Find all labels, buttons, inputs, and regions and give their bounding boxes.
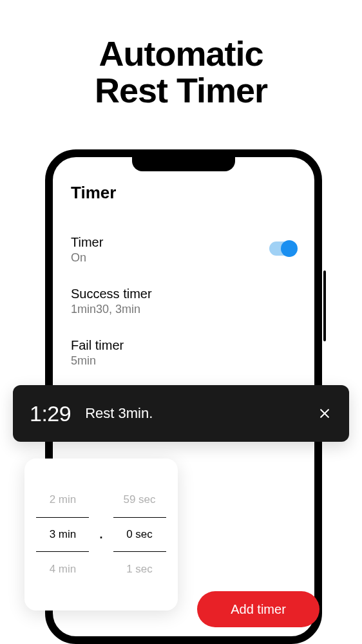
page-title-line1: Automatic — [99, 34, 263, 73]
setting-value-success: 1min30, 3min — [71, 303, 152, 316]
page-title: Automatic Rest Timer — [0, 35, 362, 108]
minutes-prev[interactable]: 2 min — [50, 482, 77, 517]
add-timer-label: Add timer — [231, 602, 286, 617]
seconds-prev[interactable]: 59 sec — [123, 482, 155, 517]
minutes-next[interactable]: 4 min — [50, 552, 77, 587]
rest-toast: 1:29 Rest 3min. — [13, 385, 349, 442]
setting-row-fail[interactable]: Fail timer 5min — [71, 338, 296, 368]
close-button[interactable] — [317, 406, 332, 421]
setting-label-timer: Timer — [71, 235, 103, 250]
toast-time: 1:29 — [30, 401, 71, 426]
setting-row-timer[interactable]: Timer On — [71, 235, 296, 265]
seconds-column[interactable]: 59 sec 0 sec 1 sec — [113, 482, 166, 587]
toast-message: Rest 3min. — [85, 405, 317, 422]
setting-label-fail: Fail timer — [71, 338, 124, 353]
close-icon — [318, 407, 331, 420]
picker-columns: 2 min 3 min 4 min . 59 sec 0 sec 1 sec — [36, 482, 166, 587]
phone-notch — [132, 157, 235, 171]
timer-toggle[interactable] — [269, 242, 296, 256]
setting-row-success[interactable]: Success timer 1min30, 3min — [71, 287, 296, 316]
picker-separator: . — [98, 528, 104, 542]
toggle-knob — [281, 240, 298, 257]
minutes-column[interactable]: 2 min 3 min 4 min — [36, 482, 89, 587]
phone-content: Timer Timer On Success timer 1min30, 3mi… — [53, 157, 314, 368]
time-picker[interactable]: 2 min 3 min 4 min . 59 sec 0 sec 1 sec — [24, 459, 178, 611]
seconds-next[interactable]: 1 sec — [126, 552, 153, 587]
screen-title: Timer — [71, 183, 296, 203]
seconds-selected[interactable]: 0 sec — [113, 517, 166, 552]
phone-side-button — [323, 270, 326, 341]
setting-value-fail: 5min — [71, 354, 124, 368]
page-title-line2: Rest Timer — [95, 71, 267, 109]
add-timer-button[interactable]: Add timer — [197, 591, 319, 627]
setting-value-timer: On — [71, 251, 103, 265]
setting-label-success: Success timer — [71, 287, 152, 301]
minutes-selected[interactable]: 3 min — [36, 517, 89, 552]
